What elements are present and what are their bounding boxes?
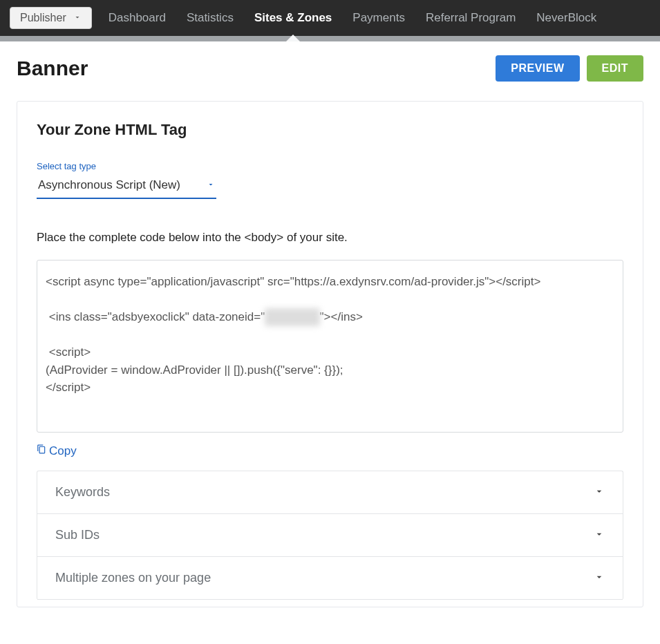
top-nav: Publisher Dashboard Statistics Sites & Z… xyxy=(0,0,660,36)
accordion-label: Keywords xyxy=(55,485,110,500)
role-selector[interactable]: Publisher xyxy=(10,7,92,29)
chevron-down-icon xyxy=(594,571,605,585)
code-line-5: </script> xyxy=(46,381,91,394)
nav-referral-program[interactable]: Referral Program xyxy=(426,7,516,29)
page-body: Banner PREVIEW EDIT Your Zone HTML Tag S… xyxy=(0,41,660,635)
code-line-4: (AdProvider = window.AdProvider || []).p… xyxy=(46,363,343,377)
copy-button[interactable]: Copy xyxy=(37,444,77,458)
tag-type-label: Select tag type xyxy=(37,161,623,171)
page-title: Banner xyxy=(17,57,88,80)
tag-type-value: Asynchronous Script (New) xyxy=(38,178,180,192)
code-box[interactable]: <script async type="application/javascri… xyxy=(37,260,623,433)
accordion: Keywords Sub IDs Multiple zones on your … xyxy=(37,471,623,600)
accordion-sub-ids[interactable]: Sub IDs xyxy=(37,514,623,557)
code-line-3: <script> xyxy=(46,345,91,359)
nav-dashboard[interactable]: Dashboard xyxy=(109,7,166,29)
code-line-2-post: "></ins> xyxy=(320,310,363,323)
code-line-2-pre: <ins class="adsbyexoclick" data-zoneid=" xyxy=(46,310,265,323)
nav-sites-zones[interactable]: Sites & Zones xyxy=(254,7,332,29)
accordion-label: Sub IDs xyxy=(55,528,100,542)
accordion-keywords[interactable]: Keywords xyxy=(37,471,623,514)
zone-card: Your Zone HTML Tag Select tag type Async… xyxy=(17,101,643,607)
instructions-text: Place the complete code below into the <… xyxy=(37,231,623,245)
page-header: Banner PREVIEW EDIT xyxy=(17,55,643,82)
nav-neverblock[interactable]: NeverBlock xyxy=(536,7,596,29)
tag-type-select[interactable]: Asynchronous Script (New) xyxy=(37,176,216,199)
zone-id-redacted: XXXXXXX xyxy=(265,308,319,326)
nav-divider xyxy=(0,36,660,41)
dropdown-icon xyxy=(207,179,215,191)
chevron-down-icon xyxy=(73,12,82,24)
edit-button[interactable]: EDIT xyxy=(587,55,643,82)
accordion-multiple-zones[interactable]: Multiple zones on your page xyxy=(37,557,623,600)
chevron-down-icon xyxy=(594,529,605,542)
code-line-1: <script async type="application/javascri… xyxy=(46,275,540,288)
nav-items: Dashboard Statistics Sites & Zones Payme… xyxy=(109,7,597,29)
copy-label: Copy xyxy=(49,444,77,458)
nav-statistics[interactable]: Statistics xyxy=(187,7,234,29)
copy-icon xyxy=(37,444,46,458)
nav-payments[interactable]: Payments xyxy=(352,7,405,29)
role-label: Publisher xyxy=(20,12,66,24)
section-title: Your Zone HTML Tag xyxy=(37,121,623,139)
page-actions: PREVIEW EDIT xyxy=(496,55,643,82)
preview-button[interactable]: PREVIEW xyxy=(496,55,579,82)
accordion-label: Multiple zones on your page xyxy=(55,571,211,585)
chevron-down-icon xyxy=(594,486,605,500)
